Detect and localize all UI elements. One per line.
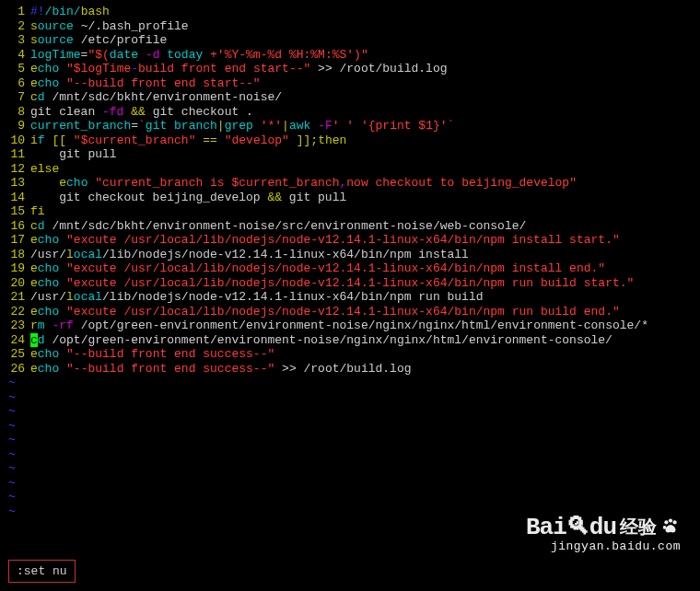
line-number: 1 [3,5,25,19]
line-number: 20 [3,276,25,291]
code-line[interactable]: 21/usr/local/lib/nodejs/node-v12.14.1-li… [3,290,697,305]
code-content[interactable]: current_branch=`git branch|grep '*'|awk … [30,119,454,133]
line-number: 6 [3,76,25,91]
code-content[interactable]: echo "excute /usr/local/lib/nodejs/node-… [30,233,620,248]
code-content[interactable]: echo "excute /usr/local/lib/nodejs/node-… [30,276,634,291]
code-line[interactable]: 16cd /mnt/sdc/bkht/environment-noise/src… [3,219,697,234]
code-content[interactable]: echo "--build front end success--" [30,347,274,362]
code-line[interactable]: 15fi [3,204,697,219]
svg-point-3 [663,526,667,529]
empty-lines: ~~~~~~~~~~ [3,376,697,518]
code-content[interactable]: git pull [30,147,117,162]
code-content[interactable]: if [[ "$current_branch" == "develop" ]];… [30,133,346,148]
code-content[interactable]: logTime="$(date -d today +'%Y-%m-%d %H:%… [30,48,368,63]
code-line[interactable]: 26echo "--build front end success--" >> … [3,362,697,377]
line-number: 11 [3,147,25,162]
code-content[interactable]: /usr/local/lib/nodejs/node-v12.14.1-linu… [30,248,469,262]
svg-point-1 [669,518,672,522]
code-line[interactable]: 13 echo "current_branch is $current_bran… [3,176,697,191]
code-line[interactable]: 3source /etc/profile [3,33,697,48]
code-line[interactable]: 10if [[ "$current_branch" == "develop" ]… [3,133,697,148]
code-content[interactable]: echo "--build front end start--" [30,76,261,91]
line-number: 22 [3,305,25,319]
code-line[interactable]: 22echo "excute /usr/local/lib/nodejs/nod… [3,305,697,319]
paw-icon [660,516,681,537]
tilde-line: ~ [3,476,697,491]
tilde-line: ~ [3,390,697,405]
code-line[interactable]: 2source ~/.bash_profile [3,19,697,34]
line-number: 15 [3,204,25,219]
tilde-line: ~ [3,404,697,419]
code-line[interactable]: 8git clean -fd && git checkout . [3,105,697,120]
line-number: 21 [3,290,25,305]
watermark-url: jingyan.baidu.com [526,539,681,553]
line-number: 2 [3,19,25,34]
line-number: 19 [3,261,25,276]
line-number: 18 [3,248,25,262]
code-content[interactable]: echo "excute /usr/local/lib/nodejs/node-… [30,261,605,276]
code-line[interactable]: 23rm -rf /opt/green-environment/environm… [3,319,697,333]
line-number: 3 [3,33,25,48]
code-area[interactable]: 1#!/bin/bash2source ~/.bash_profile3sour… [3,3,697,376]
line-number: 14 [3,191,25,205]
code-line[interactable]: 5echo "$logTime-build front end start--"… [3,62,697,76]
svg-point-2 [672,520,676,524]
tilde-line: ~ [3,376,697,390]
line-number: 4 [3,48,25,63]
code-content[interactable]: echo "current_branch is $current_branch,… [30,176,577,191]
line-number: 25 [3,347,25,362]
code-line[interactable]: 9current_branch=`git branch|grep '*'|awk… [3,119,697,133]
code-content[interactable]: rm -rf /opt/green-environment/environmen… [30,319,648,333]
code-line[interactable]: 6echo "--build front end start--" [3,76,697,91]
code-content[interactable]: #!/bin/bash [30,5,110,19]
code-content[interactable]: cd /opt/green-environment/environment-no… [30,333,612,348]
svg-point-0 [664,520,668,524]
code-line[interactable]: 25echo "--build front end success--" [3,347,697,362]
tilde-line: ~ [3,490,697,504]
line-number: 12 [3,162,25,177]
code-content[interactable]: echo "$logTime-build front end start--" … [30,62,448,76]
command-text: :set nu [17,564,67,578]
line-number: 8 [3,105,25,120]
code-content[interactable]: cd /mnt/sdc/bkht/environment-noise/ [30,90,282,105]
code-content[interactable]: echo "excute /usr/local/lib/nodejs/node-… [30,305,620,319]
tilde-line: ~ [3,461,697,476]
code-line[interactable]: 1#!/bin/bash [3,5,697,19]
line-number: 13 [3,176,25,191]
line-number: 16 [3,219,25,234]
tilde-line: ~ [3,504,697,519]
code-line[interactable]: 11 git pull [3,147,697,162]
tilde-line: ~ [3,419,697,434]
code-line[interactable]: 12else [3,162,697,177]
code-line[interactable]: 4logTime="$(date -d today +'%Y-%m-%d %H:… [3,48,697,63]
code-content[interactable]: source ~/.bash_profile [30,19,189,34]
code-line[interactable]: 14 git checkout beijing_develop && git p… [3,191,697,205]
line-number: 17 [3,233,25,248]
line-number: 7 [3,90,25,105]
vim-editor[interactable]: 1#!/bin/bash2source ~/.bash_profile3sour… [3,3,697,588]
code-content[interactable]: fi [30,204,45,219]
code-content[interactable]: else [30,162,59,177]
tilde-line: ~ [3,447,697,462]
code-content[interactable]: cd /mnt/sdc/bkht/environment-noise/src/e… [30,219,526,234]
code-line[interactable]: 20echo "excute /usr/local/lib/nodejs/nod… [3,276,697,291]
code-content[interactable]: echo "--build front end success--" >> /r… [30,362,412,377]
command-line[interactable]: :set nu [8,560,76,583]
code-content[interactable]: git checkout beijing_develop && git pull [30,191,346,205]
code-line[interactable]: 17echo "excute /usr/local/lib/nodejs/nod… [3,233,697,248]
line-number: 23 [3,319,25,333]
line-number: 9 [3,119,25,133]
code-content[interactable]: /usr/local/lib/nodejs/node-v12.14.1-linu… [30,290,484,305]
tilde-line: ~ [3,433,697,447]
line-number: 26 [3,362,25,377]
line-number: 10 [3,133,25,148]
code-line[interactable]: 24cd /opt/green-environment/environment-… [3,333,697,348]
line-number: 5 [3,62,25,76]
code-content[interactable]: source /etc/profile [30,33,167,48]
line-number: 24 [3,333,25,348]
code-content[interactable]: git clean -fd && git checkout . [30,105,253,120]
code-line[interactable]: 19echo "excute /usr/local/lib/nodejs/nod… [3,261,697,276]
code-line[interactable]: 7cd /mnt/sdc/bkht/environment-noise/ [3,90,697,105]
code-line[interactable]: 18/usr/local/lib/nodejs/node-v12.14.1-li… [3,248,697,262]
